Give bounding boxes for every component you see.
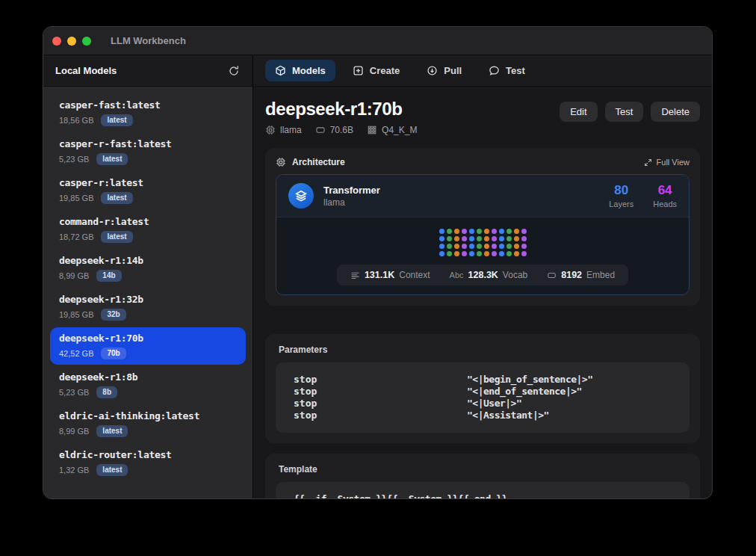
- template-code-line: {{- if .System }}{{ .System }}{{ end }}: [294, 493, 672, 498]
- model-tag-badge: latest: [101, 192, 132, 204]
- model-name: command-r:latest: [59, 216, 237, 227]
- parameter-key: stop: [294, 398, 467, 410]
- embed-value: 8192: [561, 270, 582, 280]
- model-list-item[interactable]: deepseek-r1:14b 8,99 GB 14b: [50, 250, 246, 287]
- close-window-button[interactable]: [52, 37, 61, 46]
- download-circle-icon: [427, 65, 438, 76]
- layer-dot: [454, 251, 459, 256]
- layer-dot: [462, 229, 467, 234]
- layer-dot: [439, 236, 444, 241]
- architecture-card: Architecture Full View: [265, 148, 700, 306]
- layer-dot: [521, 251, 527, 256]
- layer-dot: [447, 236, 452, 241]
- delete-button[interactable]: Delete: [651, 102, 700, 122]
- layer-dot: [492, 229, 497, 234]
- model-name: deepseek-r1:70b: [59, 333, 237, 344]
- parameter-value: "<|end_of_sentence|>": [467, 386, 582, 398]
- meta-label: llama: [280, 125, 302, 135]
- layer-dot: [469, 251, 474, 256]
- layer-dot: [462, 236, 467, 241]
- tab-label: Pull: [444, 65, 462, 76]
- vocab-value: 128.3K: [468, 270, 498, 280]
- layer-dot: [462, 244, 467, 249]
- layer-dot: [462, 251, 467, 256]
- embed-label: Embed: [586, 270, 615, 280]
- tab-pull[interactable]: Pull: [417, 60, 471, 81]
- model-size: 18,72 GB: [59, 232, 93, 241]
- model-list-item[interactable]: casper-fast:latest 18,56 GB latest: [50, 94, 246, 132]
- sidebar-title: Local Models: [55, 65, 117, 76]
- full-view-label: Full View: [657, 158, 690, 167]
- vocab-stat: Abc 128.3K Vocab: [450, 270, 528, 280]
- model-tag-badge: 14b: [96, 270, 121, 282]
- model-tag-badge: 8b: [96, 386, 117, 398]
- tab-label: Test: [506, 65, 525, 76]
- sidebar: Local Models casper-fast:latest 18,56 GB…: [43, 55, 253, 498]
- vocab-label: Vocab: [503, 270, 527, 280]
- model-list-item[interactable]: deepseek-r1:8b 5,23 GB 8b: [50, 366, 246, 404]
- layer-dot: [469, 236, 474, 241]
- minimize-window-button[interactable]: [67, 37, 76, 46]
- layer-dot: [506, 236, 512, 241]
- layer-dot: [469, 229, 474, 234]
- zoom-window-button[interactable]: [82, 37, 91, 46]
- model-list-item[interactable]: casper-r-fast:latest 5,23 GB latest: [50, 133, 246, 170]
- model-list: casper-fast:latest 18,56 GB latest caspe…: [43, 87, 252, 498]
- model-name: casper-r-fast:latest: [59, 138, 237, 149]
- top-nav: Models Create Pull Test: [253, 55, 712, 87]
- layer-dot: [514, 229, 519, 234]
- model-list-item[interactable]: eldric-ai-thinking:latest 8,99 GB latest: [50, 405, 246, 442]
- edit-button[interactable]: Edit: [560, 102, 597, 122]
- chip-icon: [265, 125, 276, 135]
- parameter-value: "<|Assistant|>": [467, 410, 549, 421]
- layers-stat: 80 Layers: [609, 183, 633, 208]
- layer-dot: [477, 244, 482, 249]
- model-size: 8,99 GB: [59, 427, 89, 436]
- layer-dot: [521, 236, 527, 241]
- refresh-button[interactable]: [227, 64, 241, 78]
- heads-stat: 64 Heads: [653, 183, 677, 208]
- model-tag-badge: latest: [96, 464, 128, 476]
- tab-models[interactable]: Models: [265, 60, 335, 81]
- layer-dot: [499, 251, 504, 256]
- traffic-lights: [52, 37, 91, 46]
- model-name: casper-fast:latest: [59, 99, 237, 111]
- abc-icon: Abc: [450, 271, 464, 279]
- model-list-item[interactable]: eldric-router:latest 1,32 GB latest: [50, 444, 246, 481]
- model-tag-badge: latest: [101, 231, 132, 243]
- model-name: deepseek-r1:8b: [59, 371, 237, 383]
- model-size: 8,99 GB: [59, 271, 89, 280]
- model-list-item[interactable]: casper-r:latest 19,85 GB latest: [50, 172, 246, 209]
- model-list-item[interactable]: deepseek-r1:32b 19,85 GB 32b: [50, 288, 246, 326]
- tab-test[interactable]: Test: [479, 60, 535, 81]
- model-name: deepseek-r1:14b: [59, 255, 237, 266]
- parameter-key: stop: [294, 374, 467, 386]
- parameters-card: Parameters stop "<|begin_of_sentence|>" …: [265, 334, 700, 443]
- model-list-item[interactable]: deepseek-r1:70b 42,52 GB 70b: [50, 327, 246, 365]
- model-stats-bar: 131.1K Context Abc 128.3K Vocab: [337, 265, 628, 285]
- chip-icon: [276, 157, 286, 167]
- meta-label: 70.6B: [330, 125, 353, 135]
- model-tag-badge: latest: [101, 114, 132, 126]
- parameter-row: stop "<|end_of_sentence|>": [294, 386, 672, 398]
- layer-dot: [484, 236, 489, 241]
- parameter-key: stop: [294, 410, 467, 421]
- embed-stat: 8192 Embed: [547, 270, 615, 280]
- layer-dot: [499, 236, 504, 241]
- layer-dot: [514, 244, 519, 249]
- heads-label: Heads: [653, 200, 677, 208]
- layer-dot: [447, 251, 452, 256]
- layer-dots-grid: [439, 229, 527, 256]
- layer-dot: [484, 244, 489, 249]
- layer-dot: [514, 251, 519, 256]
- layer-dot: [499, 244, 504, 249]
- lines-icon: [350, 271, 360, 280]
- tab-create[interactable]: Create: [343, 60, 409, 81]
- model-list-item[interactable]: command-r:latest 18,72 GB latest: [50, 211, 246, 248]
- meta-size: 70.6B: [315, 125, 353, 135]
- layer-dot: [521, 244, 527, 249]
- full-view-button[interactable]: Full View: [644, 158, 690, 167]
- page-title: deepseek-r1:70b: [265, 99, 417, 120]
- block-name: Transformer: [323, 185, 380, 196]
- test-button[interactable]: Test: [605, 102, 644, 122]
